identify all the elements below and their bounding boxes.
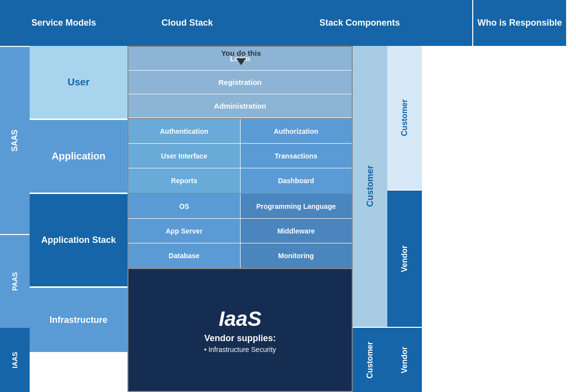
who-vendor-top: Customer [387, 46, 422, 191]
database-cell: Database [128, 243, 241, 268]
dashboard-cell: Dashboard [241, 168, 352, 193]
database-monitoring-row: Database Monitoring [128, 243, 352, 268]
authentication-authorization-row: Authentication Authorization [128, 119, 352, 144]
transactions-cell: Transactions [241, 144, 352, 168]
application-section: Authentication Authorization User Interf… [128, 119, 352, 194]
iaas-section: IaaS Vendor supplies: • Infrastructure S… [128, 269, 352, 391]
reports-cell: Reports [128, 168, 241, 193]
saas-column: SAAS PAAS IAAS [0, 46, 30, 392]
header-cloud-stack: Cloud Stack [127, 0, 247, 46]
middleware-cell: Middleware [241, 219, 352, 243]
user-section: Login Registration Administration [128, 47, 352, 119]
appserver-cell: App Server [128, 219, 241, 243]
who-customer-top: Customer [353, 46, 387, 328]
reports-dashboard-row: Reports Dashboard [128, 168, 352, 193]
os-cell: OS [128, 194, 241, 218]
saas-label: SAAS [0, 46, 30, 234]
login-row: Login [128, 47, 352, 71]
authentication-cell: Authentication [128, 119, 241, 143]
header-stack-components: Stack Components [247, 0, 472, 46]
monitoring-cell: Monitoring [241, 243, 352, 268]
iaas-vendor-label: Vendor supplies: [204, 333, 276, 344]
appstack-section: OS Programming Language App Server Middl… [128, 194, 352, 269]
iaas-title: IaaS [219, 307, 261, 331]
authorization-cell: Authorization [241, 119, 352, 143]
header-service-models: Service Models [0, 0, 127, 46]
userinterface-cell: User Interface [128, 144, 241, 168]
header-row: Service Models Cloud Stack Stack Compone… [0, 0, 576, 46]
cloud-stack-column: User Application Application Stack Infra… [30, 46, 127, 392]
who-responsible-column: Customer Customer Customer Vendor Vendor [353, 46, 456, 392]
programminglang-cell: Programming Language [241, 194, 352, 218]
iaas-label: IAAS [0, 328, 30, 392]
who-customer-col: Customer Customer [353, 46, 387, 392]
cloud-infrastructure-cell: Infrastructure [30, 288, 127, 352]
cloud-appstack-cell: Application Stack [30, 194, 127, 288]
who-vendor-bottom: Vendor [387, 328, 422, 392]
who-vendor-col: Customer Vendor Vendor [387, 46, 422, 392]
userinterface-transactions-row: User Interface Transactions [128, 144, 352, 168]
os-programminglang-row: OS Programming Language [128, 194, 352, 219]
cloud-user-cell: User [30, 46, 127, 120]
content-area: You do this SAAS PAAS IAAS User Applicat… [0, 46, 576, 392]
iaas-bullet: • Infrastructure Security [204, 346, 276, 353]
header-who-responsible: Who is Responsible [472, 0, 566, 46]
appserver-middleware-row: App Server Middleware [128, 219, 352, 243]
paas-label: PAAS [0, 234, 30, 328]
stack-components-column: Login Registration Administration Authen… [127, 46, 353, 392]
who-customer-bottom: Customer [353, 328, 387, 392]
main-container: Service Models Cloud Stack Stack Compone… [0, 0, 576, 392]
administration-row: Administration [128, 94, 352, 118]
cloud-application-cell: Application [30, 120, 127, 194]
registration-row: Registration [128, 71, 352, 94]
who-vendor-mid: Vendor [387, 191, 422, 328]
